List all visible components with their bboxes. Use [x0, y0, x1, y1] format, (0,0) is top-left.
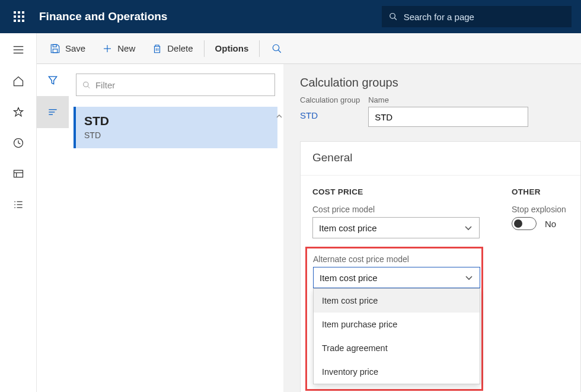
- chevron-down-icon: [464, 223, 473, 232]
- dropdown-option[interactable]: Trade agreement: [314, 336, 480, 360]
- delete-button[interactable]: Delete: [143, 33, 201, 63]
- cost-price-section-heading: COST PRICE: [312, 187, 483, 196]
- alternate-cost-price-menu: Item cost price Item purchase price Trad…: [313, 288, 480, 384]
- new-button[interactable]: New: [94, 33, 143, 63]
- filter-input[interactable]: [95, 80, 269, 90]
- save-button[interactable]: Save: [42, 33, 94, 63]
- options-label: Options: [215, 43, 249, 53]
- page-title: Calculation groups: [300, 76, 581, 90]
- list-mode-button[interactable]: [37, 96, 69, 128]
- modules-icon[interactable]: [0, 189, 36, 220]
- svg-rect-8: [22, 20, 24, 22]
- general-card: General COST PRICE Cost price model Item…: [300, 141, 581, 392]
- cost-price-model-label: Cost price model: [312, 205, 483, 214]
- svg-line-32: [279, 50, 282, 53]
- name-field: Name: [368, 95, 528, 127]
- save-label: Save: [65, 43, 85, 53]
- svg-rect-25: [53, 44, 56, 47]
- plus-icon: [102, 43, 113, 54]
- stop-explosion-toggle[interactable]: No: [512, 217, 566, 230]
- svg-line-10: [394, 18, 397, 20]
- calculation-group-field: Calculation group STD: [300, 95, 360, 127]
- scrollbar-up-icon[interactable]: [275, 110, 283, 392]
- alternate-cost-price-dropdown[interactable]: Item cost price: [313, 267, 480, 288]
- list-mode-column: [37, 64, 69, 392]
- alternate-cost-price-value: Item cost price: [320, 273, 378, 283]
- list-item[interactable]: STD STD: [74, 107, 277, 148]
- hamburger-icon[interactable]: [0, 34, 36, 65]
- top-navbar: Finance and Operations: [0, 0, 581, 33]
- global-search-input[interactable]: [404, 12, 564, 22]
- toggle-knob: [514, 219, 522, 228]
- toolbar-search-button[interactable]: [262, 33, 292, 63]
- svg-rect-0: [14, 11, 16, 14]
- nav-rail: [0, 33, 37, 392]
- save-icon: [50, 43, 60, 54]
- stop-explosion-label: Stop explosion: [512, 205, 566, 214]
- detail-pane: Calculation groups Calculation group STD…: [283, 64, 581, 392]
- app-title: Finance and Operations: [39, 10, 167, 23]
- favorites-icon[interactable]: [0, 97, 36, 128]
- dropdown-option[interactable]: Inventory price: [314, 360, 480, 384]
- filter-input-wrapper[interactable]: [76, 74, 275, 96]
- svg-rect-5: [22, 15, 24, 18]
- stop-explosion-value: No: [545, 219, 556, 229]
- list-item-subtitle: STD: [84, 130, 269, 140]
- dropdown-option[interactable]: Item cost price: [314, 289, 480, 313]
- workspaces-icon[interactable]: [0, 158, 36, 189]
- cost-price-column: COST PRICE Cost price model Item cost pr…: [312, 187, 483, 391]
- options-button[interactable]: Options: [207, 33, 257, 63]
- name-input[interactable]: [368, 107, 528, 127]
- funnel-icon: [47, 74, 59, 86]
- toggle-track[interactable]: [512, 217, 537, 230]
- filter-mode-button[interactable]: [37, 64, 69, 96]
- cost-price-model-dropdown[interactable]: Item cost price: [312, 217, 480, 238]
- new-label: New: [117, 43, 135, 53]
- alternate-cost-price-label: Alternate cost price model: [313, 254, 475, 264]
- name-label: Name: [368, 95, 528, 104]
- chevron-down-icon: [464, 273, 474, 282]
- svg-point-36: [84, 82, 88, 87]
- svg-point-9: [390, 13, 395, 18]
- cost-price-model-value: Item cost price: [319, 223, 377, 233]
- list-item-title: STD: [84, 114, 269, 128]
- recent-icon[interactable]: [0, 128, 36, 158]
- svg-point-31: [273, 44, 280, 51]
- search-icon: [389, 12, 398, 21]
- search-icon: [272, 43, 282, 54]
- home-icon[interactable]: [0, 66, 36, 97]
- svg-line-37: [88, 86, 90, 88]
- other-column: OTHER Stop explosion No: [512, 187, 566, 391]
- svg-rect-6: [14, 20, 16, 22]
- svg-rect-26: [53, 49, 58, 52]
- svg-rect-1: [18, 11, 20, 14]
- svg-rect-2: [22, 11, 24, 14]
- svg-rect-3: [14, 15, 16, 18]
- action-toolbar: Save New Delete Options: [37, 33, 581, 64]
- dropdown-option[interactable]: Item purchase price: [314, 313, 480, 336]
- other-section-heading: OTHER: [512, 187, 566, 196]
- calculation-group-label: Calculation group: [300, 95, 360, 104]
- trash-icon: [152, 43, 162, 54]
- general-heading[interactable]: General: [301, 142, 580, 176]
- alternate-cost-price-highlight: Alternate cost price model Item cost pri…: [305, 247, 483, 391]
- svg-rect-7: [18, 20, 20, 22]
- delete-label: Delete: [167, 43, 193, 53]
- svg-marker-14: [14, 108, 23, 116]
- search-icon: [82, 81, 91, 90]
- toolbar-separator: [204, 40, 205, 57]
- calculation-group-value[interactable]: STD: [300, 107, 360, 120]
- list-pane: STD STD: [69, 64, 283, 392]
- list-lines-icon: [47, 106, 59, 118]
- app-launcher-icon[interactable]: [5, 0, 33, 33]
- toolbar-separator: [259, 40, 260, 57]
- global-search[interactable]: [382, 6, 572, 27]
- svg-rect-16: [14, 170, 23, 177]
- svg-rect-4: [18, 15, 20, 18]
